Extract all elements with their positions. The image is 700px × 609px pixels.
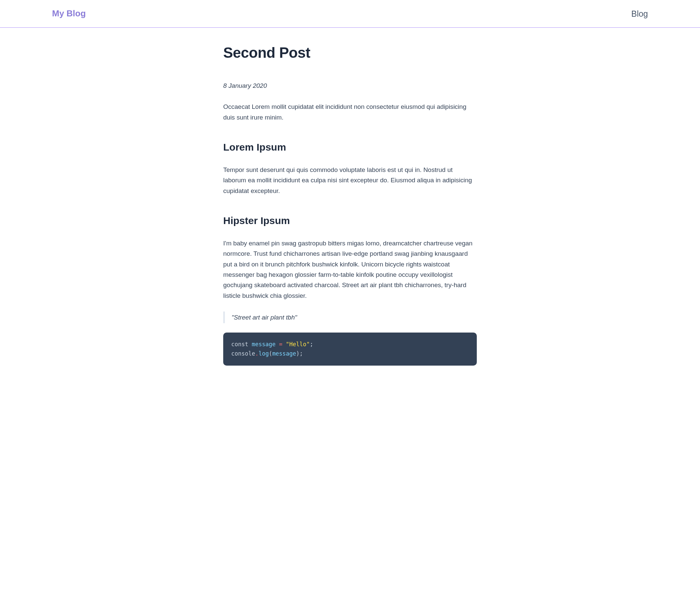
post-title: Second Post xyxy=(223,41,477,65)
code-block: const message = "Hello"; console.log(mes… xyxy=(223,333,477,365)
code-content: const message = "Hello"; console.log(mes… xyxy=(231,341,313,356)
post-content: Second Post 8 January 2020 Occaecat Lore… xyxy=(223,28,477,396)
post-date: 8 January 2020 xyxy=(223,81,477,91)
site-title-link[interactable]: My Blog xyxy=(52,7,86,21)
section-heading: Hipster Ipsum xyxy=(223,213,477,229)
blockquote-text: "Street art air plant tbh" xyxy=(232,312,477,323)
section-body: I'm baby enamel pin swag gastropub bitte… xyxy=(223,238,477,301)
site-header: My Blog Blog xyxy=(0,0,700,28)
section-body: Tempor sunt deserunt qui quis commodo vo… xyxy=(223,164,477,196)
nav-blog-link[interactable]: Blog xyxy=(631,7,648,20)
section-heading: Lorem Ipsum xyxy=(223,139,477,155)
post-intro: Occaecat Lorem mollit cupidatat elit inc… xyxy=(223,102,477,123)
blockquote: "Street art air plant tbh" xyxy=(223,312,477,323)
